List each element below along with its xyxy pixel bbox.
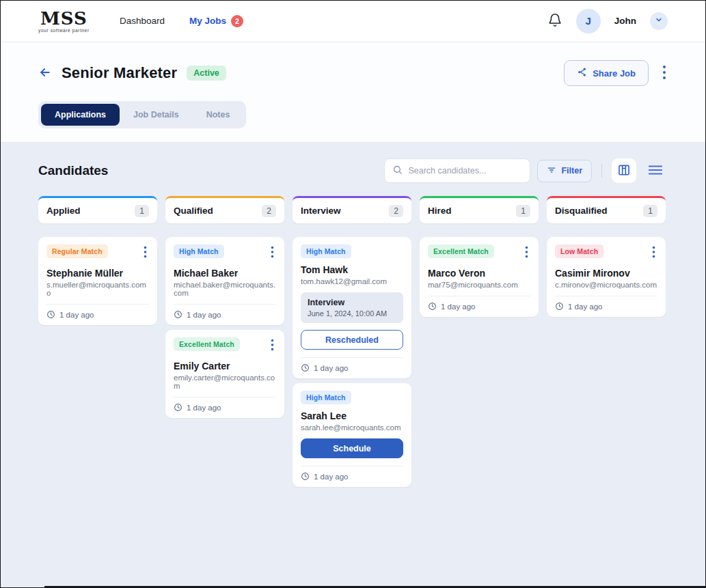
applied-time: 1 day ago	[59, 311, 94, 319]
match-badge: Excellent Match	[174, 337, 240, 351]
board-column-disqualified: Disqualified1Low MatchCasimir Mironovc.m…	[547, 196, 666, 317]
card-footer: 1 day ago	[555, 296, 657, 311]
toolbar-right: Filter	[384, 158, 668, 183]
kebab-icon	[271, 246, 274, 260]
column-cards: High MatchMichael Bakermichael.baker@mic…	[165, 237, 284, 418]
page-title: Senior Marketer	[62, 64, 177, 82]
kebab-icon	[652, 246, 655, 260]
column-title: Interview	[301, 206, 341, 216]
applied-time: 1 day ago	[441, 303, 476, 311]
notifications-button[interactable]	[547, 12, 562, 29]
list-view-icon	[648, 164, 663, 178]
list-view-button[interactable]	[643, 158, 668, 183]
candidate-name: Sarah Lee	[301, 410, 403, 421]
card-footer: 1 day ago	[428, 296, 530, 311]
match-badge: Regular Match	[46, 244, 108, 258]
user-menu-button[interactable]	[650, 12, 668, 30]
column-title: Applied	[46, 206, 81, 216]
avatar-initial: J	[586, 15, 591, 27]
logo-tagline: your software partner	[38, 28, 90, 33]
candidate-email: michael.baker@microquants.com	[174, 281, 276, 297]
interview-title: Interview	[308, 298, 396, 307]
candidate-card[interactable]: High MatchMichael Bakermichael.baker@mic…	[165, 237, 284, 325]
my-jobs-count-badge: 2	[231, 15, 243, 27]
kebab-icon	[662, 65, 666, 82]
board-column-interview: Interview2High MatchTom Hawktom.hawk12@g…	[293, 196, 411, 487]
share-job-button[interactable]: Share Job	[564, 60, 649, 86]
column-header: Qualified2	[165, 196, 284, 223]
app-logo: MSS your software partner	[38, 10, 90, 33]
match-badge: Low Match	[555, 244, 603, 258]
candidates-section: Candidates Filter	[0, 143, 706, 487]
back-button[interactable]	[38, 66, 52, 81]
card-top-row: Excellent Match	[428, 244, 530, 262]
nav-my-jobs[interactable]: My Jobs 2	[189, 15, 243, 27]
job-title-row: Senior Marketer Active Share Job	[38, 60, 668, 86]
clock-icon	[301, 472, 310, 481]
column-header: Interview2	[293, 196, 411, 223]
board-column-hired: Hired1Excellent MatchMarco Veronmar75@mi…	[420, 196, 539, 317]
kanban-view-icon	[617, 163, 631, 179]
board-columns: Applied1Regular MatchStephanie Müllers.m…	[38, 196, 668, 487]
kebab-icon	[271, 339, 274, 353]
clock-icon	[555, 302, 564, 311]
card-footer: 1 day ago	[174, 397, 276, 412]
bell-icon	[547, 12, 562, 29]
card-menu-button[interactable]	[141, 244, 149, 262]
column-header: Disqualified1	[547, 196, 666, 223]
candidate-card[interactable]: Regular MatchStephanie Müllers.mueller@m…	[38, 237, 157, 325]
job-tabs: Applications Job Details Notes	[38, 101, 246, 128]
card-top-row: Regular Match	[46, 244, 149, 262]
match-badge: High Match	[174, 244, 224, 258]
candidate-name: Tom Hawk	[301, 264, 403, 275]
candidate-card[interactable]: High MatchTom Hawktom.hawk12@gmail.comIn…	[293, 237, 411, 378]
tab-notes[interactable]: Notes	[193, 104, 244, 126]
candidate-name: Michael Baker	[174, 268, 276, 279]
applied-time: 1 day ago	[314, 364, 349, 372]
card-menu-button[interactable]	[269, 337, 276, 354]
card-top-row: High Match	[174, 244, 276, 262]
candidate-card[interactable]: Excellent MatchEmily Carteremily.carter@…	[165, 330, 284, 418]
candidate-card[interactable]: Excellent MatchMarco Veronmar75@microqua…	[420, 237, 539, 317]
column-title: Hired	[428, 206, 452, 216]
avatar[interactable]: J	[576, 9, 601, 33]
candidate-email: tom.hawk12@gmail.com	[301, 277, 403, 285]
match-badge: High Match	[301, 391, 351, 404]
tab-job-details[interactable]: Job Details	[120, 104, 193, 126]
candidate-email: mar75@microquants.com	[428, 281, 530, 289]
kanban-view-button[interactable]	[612, 158, 636, 183]
job-status-badge: Active	[187, 66, 226, 81]
column-cards: High MatchTom Hawktom.hawk12@gmail.comIn…	[293, 237, 411, 487]
clock-icon	[174, 310, 182, 319]
clock-icon	[174, 403, 182, 412]
clock-icon	[46, 310, 55, 319]
share-icon	[577, 67, 587, 79]
applied-time: 1 day ago	[314, 473, 349, 481]
card-menu-button[interactable]	[523, 244, 530, 262]
candidate-card[interactable]: Low MatchCasimir Mironovc.mironov@microq…	[547, 237, 666, 317]
candidate-email: sarah.lee@microquants.com	[301, 423, 403, 432]
column-title: Qualified	[174, 206, 213, 216]
nav-my-jobs-label: My Jobs	[189, 16, 226, 26]
candidate-name: Emily Carter	[174, 361, 276, 372]
match-badge: High Match	[301, 244, 351, 258]
search-box	[384, 158, 530, 183]
card-top-row: Excellent Match	[174, 337, 276, 354]
share-job-label: Share Job	[593, 68, 636, 79]
card-menu-button[interactable]	[650, 244, 657, 262]
job-menu-button[interactable]	[661, 64, 668, 83]
candidates-heading: Candidates	[38, 163, 108, 178]
column-count-badge: 2	[389, 205, 403, 217]
nav-dashboard[interactable]: Dashboard	[120, 16, 165, 26]
rescheduled-button[interactable]: Rescheduled	[301, 330, 403, 350]
match-badge: Excellent Match	[428, 244, 494, 258]
kebab-icon	[144, 246, 147, 260]
search-input[interactable]	[408, 166, 522, 176]
column-cards: Excellent MatchMarco Veronmar75@microqua…	[420, 237, 539, 317]
filter-button[interactable]: Filter	[537, 160, 592, 182]
tab-applications[interactable]: Applications	[41, 104, 120, 126]
schedule-button[interactable]: Schedule	[301, 438, 403, 458]
candidate-card[interactable]: High MatchSarah Leesarah.lee@microquants…	[293, 383, 411, 487]
column-cards: Regular MatchStephanie Müllers.mueller@m…	[38, 237, 157, 325]
card-menu-button[interactable]	[269, 244, 276, 262]
